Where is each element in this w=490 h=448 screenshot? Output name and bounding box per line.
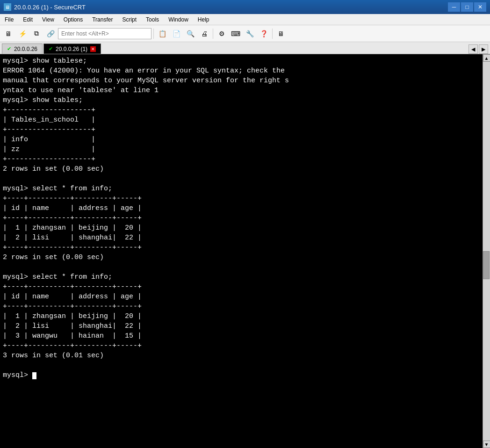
host-input[interactable] <box>58 28 151 39</box>
toolbar-help[interactable]: ❓ <box>257 27 270 40</box>
menu-view[interactable]: View <box>37 14 59 25</box>
toolbar-separator-3 <box>272 29 273 39</box>
tab-prev-button[interactable]: ◀ <box>468 44 478 54</box>
toolbar: 🖥 ⚡ ⧉ 🔗 📋 📄 🔍 🖨 ⚙ ⌨ 🔧 ❓ 🖥 <box>0 25 490 42</box>
toolbar-separator-2 <box>213 29 213 39</box>
toolbar-find[interactable]: 🔍 <box>184 27 197 40</box>
tab-bar: ✔ 20.0.0.26 ✔ 20.0.0.26 (1) ✕ ◀ ▶ <box>0 42 490 54</box>
minimize-button[interactable]: ─ <box>448 2 460 12</box>
menu-help[interactable]: Help <box>193 14 214 25</box>
terminal-output[interactable]: mysql> show tablese; ERROR 1064 (42000):… <box>0 54 483 448</box>
window-title: 20.0.0.26 (1) - SecureCRT <box>14 4 86 11</box>
title-bar: 🖥 20.0.0.26 (1) - SecureCRT ─ □ ✕ <box>0 0 490 14</box>
menu-script[interactable]: Script <box>117 14 141 25</box>
close-button[interactable]: ✕ <box>474 2 486 12</box>
app-icon: 🖥 <box>4 3 11 11</box>
scrollbar-thumb[interactable] <box>483 251 490 279</box>
menu-tools[interactable]: Tools <box>141 14 164 25</box>
terminal-text: mysql> show tablese; ERROR 1064 (42000):… <box>3 57 289 379</box>
maximize-button[interactable]: □ <box>461 2 473 12</box>
menu-bar: File Edit View Options Transfer Script T… <box>0 14 490 25</box>
tab-label-1: 20.0.0.26 <box>14 46 37 52</box>
tab-check-icon: ✔ <box>7 46 11 52</box>
scrollbar: ▲ ▼ <box>483 54 490 448</box>
menu-transfer[interactable]: Transfer <box>87 14 117 25</box>
toolbar-tools[interactable]: 🔧 <box>243 27 256 40</box>
toolbar-keymap[interactable]: ⌨ <box>229 27 242 40</box>
toolbar-new-session[interactable]: 🖥 <box>2 27 15 40</box>
tab-session-2[interactable]: ✔ 20.0.0.26 (1) ✕ <box>43 43 101 54</box>
menu-file[interactable]: File <box>0 14 18 25</box>
scroll-up-button[interactable]: ▲ <box>483 54 490 62</box>
tab-label-2: 20.0.0.26 (1) <box>56 46 87 52</box>
tab-session-1[interactable]: ✔ 20.0.0.26 <box>2 43 43 54</box>
tab-close-button[interactable]: ✕ <box>90 46 96 52</box>
scroll-down-button[interactable]: ▼ <box>483 441 490 448</box>
toolbar-chain[interactable]: 🔗 <box>44 27 57 40</box>
toolbar-clone[interactable]: ⧉ <box>30 27 43 40</box>
title-bar-controls: ─ □ ✕ <box>448 2 486 12</box>
toolbar-monitor[interactable]: 🖥 <box>274 27 288 40</box>
toolbar-copy[interactable]: 📋 <box>156 27 169 40</box>
toolbar-paste[interactable]: 📄 <box>170 27 183 40</box>
terminal-container: mysql> show tablese; ERROR 1064 (42000):… <box>0 54 490 448</box>
scrollbar-track[interactable] <box>483 62 490 441</box>
toolbar-reconnect[interactable]: ⚡ <box>16 27 29 40</box>
tab-check-icon-2: ✔ <box>49 46 53 52</box>
menu-options[interactable]: Options <box>59 14 87 25</box>
toolbar-separator-1 <box>153 29 154 39</box>
menu-window[interactable]: Window <box>164 14 193 25</box>
tab-navigation: ◀ ▶ <box>468 44 488 54</box>
menu-edit[interactable]: Edit <box>18 14 37 25</box>
toolbar-print[interactable]: 🖨 <box>198 27 211 40</box>
toolbar-settings[interactable]: ⚙ <box>215 27 228 40</box>
cursor <box>32 372 36 379</box>
title-bar-left: 🖥 20.0.0.26 (1) - SecureCRT <box>4 3 86 11</box>
tab-next-button[interactable]: ▶ <box>479 44 488 54</box>
